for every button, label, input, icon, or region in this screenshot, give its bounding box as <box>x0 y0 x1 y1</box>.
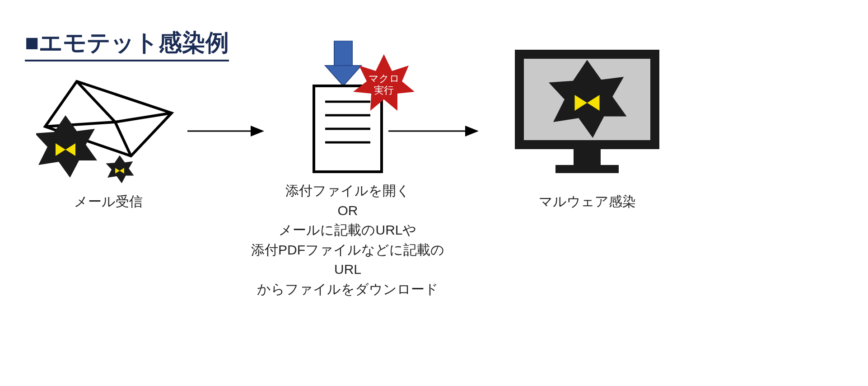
stage2-caption-line3: メールに記載のURLや <box>239 220 456 240</box>
monitor-infected-icon <box>506 41 668 185</box>
stage2-caption-line1: 添付ファイルを開く <box>239 181 456 201</box>
diagram-title: ■エモテット感染例 <box>25 27 229 61</box>
svg-rect-21 <box>574 149 601 165</box>
flow-arrow-2-icon <box>388 122 479 142</box>
stage-mail-receive: メール受信 <box>36 68 181 212</box>
stage2-caption-line5: からファイルをダウンロード <box>239 279 456 299</box>
stage2-caption-line2: OR <box>239 201 456 221</box>
stage-malware-infection: マルウェア感染 <box>497 41 677 212</box>
stage2-caption-line4: 添付PDFファイルなどに記載のURL <box>239 240 456 279</box>
svg-rect-9 <box>334 41 352 66</box>
badge-line2: 実行 <box>374 85 394 96</box>
badge-line1: マクロ <box>369 73 400 84</box>
stage1-caption: メール受信 <box>36 192 181 212</box>
stage-open-attachment: マクロ 実行 添付ファイルを開く OR メールに記載のURLや 添付PDFファイ… <box>239 41 456 299</box>
malware-star-small-icon <box>106 155 134 184</box>
svg-marker-18 <box>465 126 479 137</box>
svg-marker-4 <box>106 155 134 184</box>
stage2-caption: 添付ファイルを開く OR メールに記載のURLや 添付PDFファイルなどに記載の… <box>239 181 456 299</box>
svg-rect-22 <box>555 165 619 173</box>
svg-marker-10 <box>325 66 361 86</box>
document-with-badge-icon: マクロ 実行 <box>280 41 415 176</box>
stage3-caption: マルウェア感染 <box>497 192 677 212</box>
envelope-with-malware-icon <box>36 68 181 185</box>
download-arrow-icon <box>325 41 361 86</box>
